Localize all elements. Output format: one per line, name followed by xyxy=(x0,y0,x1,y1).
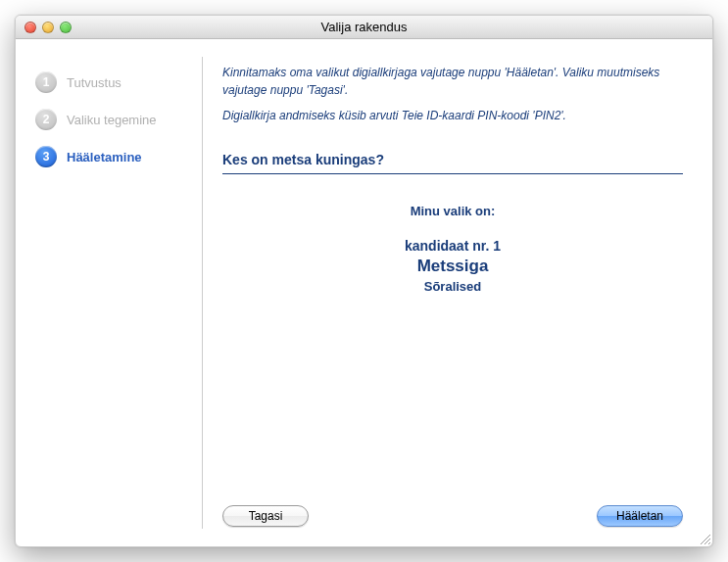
step-label: Valiku tegemine xyxy=(67,113,157,127)
vote-button[interactable]: Hääletan xyxy=(597,505,683,527)
candidate-party: Sõralised xyxy=(222,279,683,294)
candidate-name: Metssiga xyxy=(222,257,683,276)
main-panel: Kinnitamaks oma valikut digiallkirjaga v… xyxy=(203,39,712,546)
back-button[interactable]: Tagasi xyxy=(222,505,309,527)
titlebar: Valija rakendus xyxy=(16,16,712,39)
app-window: Valija rakendus 1 Tutvustus 2 Valiku teg… xyxy=(15,15,713,547)
minimize-icon[interactable] xyxy=(42,22,54,33)
sidebar-step-intro: 1 Tutvustus xyxy=(35,64,202,101)
close-icon[interactable] xyxy=(24,22,36,33)
instructions: Kinnitamaks oma valikut digiallkirjaga v… xyxy=(222,64,683,132)
step-number-icon: 1 xyxy=(35,71,57,93)
step-number-icon: 3 xyxy=(35,146,57,167)
zoom-icon[interactable] xyxy=(60,22,72,33)
resize-grip-icon[interactable] xyxy=(698,532,711,545)
content: 1 Tutvustus 2 Valiku tegemine 3 Hääletam… xyxy=(16,39,712,546)
selection-block: Minu valik on: kandidaat nr. 1 Metssiga … xyxy=(222,204,683,294)
candidate-number: kandidaat nr. 1 xyxy=(222,238,683,254)
instruction-line-2: Digiallkirja andmiseks küsib arvuti Teie… xyxy=(222,107,683,124)
instruction-line-1: Kinnitamaks oma valikut digiallkirjaga v… xyxy=(222,64,683,99)
footer-bar: Tagasi Hääletan xyxy=(222,495,683,527)
traffic-lights xyxy=(24,22,72,33)
step-number-icon: 2 xyxy=(35,109,57,130)
question-heading: Kes on metsa kuningas? xyxy=(222,152,683,167)
svg-line-2 xyxy=(708,542,710,544)
sidebar-step-choice: 2 Valiku tegemine xyxy=(35,101,202,138)
step-label: Tutvustus xyxy=(67,75,121,90)
step-label: Hääletamine xyxy=(67,150,142,164)
sidebar: 1 Tutvustus 2 Valiku tegemine 3 Hääletam… xyxy=(16,39,202,546)
horizontal-rule xyxy=(222,173,683,174)
sidebar-step-vote: 3 Hääletamine xyxy=(35,138,202,175)
selection-lead: Minu valik on: xyxy=(222,204,683,218)
window-title: Valija rakendus xyxy=(16,20,712,34)
